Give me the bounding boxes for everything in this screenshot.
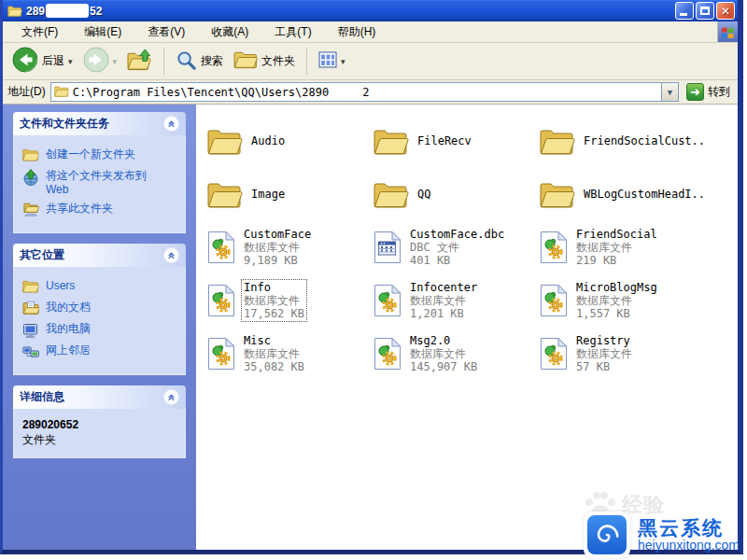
file-label: Infocenter数据库文件1,201 KB	[408, 280, 479, 321]
collapse-chevron-icon[interactable]	[163, 116, 179, 132]
folder-item[interactable]: FriendSocialCust...	[540, 114, 706, 167]
site-logo-icon	[584, 511, 630, 558]
file-size: 219 KB	[576, 254, 657, 267]
file-item[interactable]: MicroBlogMsg数据库文件1,557 KB	[540, 273, 706, 327]
maximize-button[interactable]	[696, 2, 714, 20]
file-type: 数据库文件	[576, 294, 657, 307]
share-folder-icon	[22, 202, 39, 218]
file-icon	[207, 337, 235, 371]
menu-item[interactable]: 编辑(E)	[73, 22, 133, 42]
back-icon	[12, 47, 38, 76]
file-item[interactable]: Registry数据库文件57 KB	[540, 327, 706, 380]
sidebar-item-label: 创建一个新文件夹	[46, 147, 135, 161]
collapse-chevron-icon[interactable]	[163, 247, 179, 263]
folders-icon	[233, 49, 258, 73]
file-item[interactable]: Infocenter数据库文件1,201 KB	[374, 273, 540, 327]
folder-item[interactable]: QQ	[374, 167, 540, 220]
file-size: 1,557 KB	[576, 307, 657, 320]
folder-small-icon	[22, 279, 39, 296]
file-label: CustomFace.dbcDBC 文件401 KB	[408, 227, 506, 268]
file-size: 9,189 KB	[244, 254, 311, 267]
file-icon	[374, 337, 402, 371]
file-label: Audio	[249, 133, 287, 148]
back-dropdown-icon[interactable]: ▾	[68, 57, 73, 66]
file-name: CustomFace	[244, 228, 311, 241]
address-path: C:\Program Files\Tencent\QQ\Users\28902	[73, 86, 370, 99]
file-item[interactable]: FriendSocial数据库文件219 KB	[540, 220, 706, 273]
panel-header[interactable]: 文件和文件夹任务	[13, 112, 186, 135]
sidebar-item-0-2[interactable]: 共享此文件夹	[22, 202, 179, 218]
up-button[interactable]	[123, 47, 156, 77]
file-name: Registry	[576, 334, 632, 347]
windows-logo-icon	[717, 21, 738, 42]
collapse-chevron-icon[interactable]	[163, 389, 179, 405]
menu-item[interactable]: 收藏(A)	[200, 22, 260, 42]
address-input[interactable]: C:\Program Files\Tencent\QQ\Users\28902 …	[50, 82, 679, 102]
panel-title: 文件和文件夹任务	[20, 116, 109, 132]
minimize-button[interactable]	[675, 2, 694, 20]
panel-header[interactable]: 其它位置	[13, 244, 186, 267]
folders-button[interactable]: 文件夹	[230, 48, 299, 75]
title-bar: 28952 ✕	[3, 0, 738, 21]
file-icon	[207, 231, 235, 264]
folder-item[interactable]: Audio	[207, 114, 374, 167]
back-button[interactable]: 后退 ▾	[8, 45, 77, 77]
sidebar-item-1-1[interactable]: 我的文档	[22, 301, 179, 317]
file-item[interactable]: Info数据库文件17,562 KB	[207, 273, 374, 327]
sidebar-item-1-0[interactable]: Users	[22, 279, 179, 296]
folder-icon	[540, 180, 575, 208]
my-computer-icon	[22, 322, 39, 339]
go-button[interactable]: ➜ 转到	[684, 83, 733, 101]
menu-item[interactable]: 帮助(H)	[327, 22, 388, 42]
file-size: 35,082 KB	[244, 360, 304, 373]
search-button[interactable]: 搜索	[172, 48, 227, 76]
go-arrow-icon: ➜	[686, 83, 704, 101]
folder-item[interactable]: FileRecv	[374, 114, 540, 167]
folder-icon	[374, 180, 409, 208]
file-type: 数据库文件	[244, 241, 311, 254]
file-name: Infocenter	[410, 281, 477, 294]
address-folder-icon	[54, 85, 69, 100]
menu-item[interactable]: 工具(T)	[263, 22, 322, 42]
views-button[interactable]: ▾	[315, 49, 349, 74]
censor-blob	[330, 86, 361, 99]
file-label: Info数据库文件17,562 KB	[242, 280, 306, 321]
address-bar: 地址(D) C:\Program Files\Tencent\QQ\Users\…	[3, 80, 738, 105]
views-dropdown-icon[interactable]: ▾	[341, 57, 345, 66]
file-type: 数据库文件	[576, 241, 657, 254]
file-type: DBC 文件	[410, 241, 504, 254]
sidebar-item-1-3[interactable]: 网上邻居	[22, 343, 179, 360]
file-icon	[540, 337, 568, 371]
back-label: 后退	[42, 53, 64, 69]
folder-item[interactable]: Image	[207, 167, 374, 220]
file-item[interactable]: CustomFace.dbcDBC 文件401 KB	[374, 220, 540, 273]
panel-body: 289020652文件夹	[13, 409, 186, 458]
file-size: 145,907 KB	[410, 360, 477, 373]
site-watermark: 黑云系统 heiyunxitong.com	[584, 511, 740, 558]
file-item[interactable]: Misc数据库文件35,082 KB	[207, 327, 374, 380]
file-item[interactable]: Msg2.0数据库文件145,907 KB	[374, 327, 540, 380]
search-icon	[176, 49, 197, 74]
sidebar: 文件和文件夹任务创建一个新文件夹将这个文件夹发布到 Web共享此文件夹其它位置U…	[3, 105, 196, 550]
sidebar-item-1-2[interactable]: 我的电脑	[22, 322, 179, 339]
file-icon	[374, 284, 402, 317]
menu-item[interactable]: 文件(F)	[10, 22, 69, 42]
sidebar-item-0-0[interactable]: 创建一个新文件夹	[22, 147, 179, 164]
close-button[interactable]: ✕	[716, 2, 735, 20]
search-label: 搜索	[201, 53, 223, 69]
file-type: 数据库文件	[244, 294, 304, 307]
sidebar-item-label: 共享此文件夹	[46, 202, 113, 216]
address-dropdown-icon[interactable]: ▼	[661, 83, 678, 101]
panel-header[interactable]: 详细信息	[13, 385, 186, 409]
folder-item[interactable]: WBLogCustomHeadI...	[540, 167, 706, 220]
menu-item[interactable]: 查看(V)	[136, 22, 196, 42]
file-name: Audio	[251, 134, 285, 147]
file-item[interactable]: CustomFace数据库文件9,189 KB	[207, 220, 374, 273]
forward-button[interactable]: ▾	[79, 45, 121, 77]
file-list-area: AudioFileRecvFriendSocialCust...ImageQQW…	[196, 105, 738, 550]
sidebar-item-0-1[interactable]: 将这个文件夹发布到 Web	[22, 169, 179, 197]
file-type: 数据库文件	[244, 347, 304, 360]
details-name: 289020652	[22, 418, 179, 431]
window-title: 28952	[26, 4, 102, 18]
task-panel: 详细信息289020652文件夹	[13, 385, 186, 458]
